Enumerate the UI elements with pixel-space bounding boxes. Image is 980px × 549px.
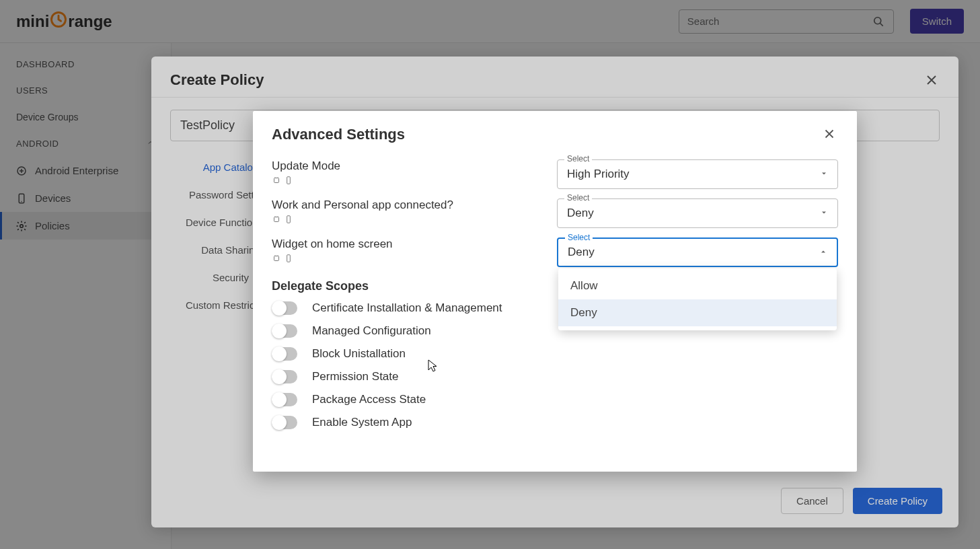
select-work-personal[interactable]: Select Deny	[557, 198, 838, 228]
adv-label-widget-home: Widget on home screen	[272, 237, 557, 251]
toggle-package-access[interactable]	[272, 393, 297, 406]
toggle-enable-system-app[interactable]	[272, 416, 297, 429]
advanced-settings-header: Advanced Settings	[272, 126, 838, 143]
toggle-block-uninstall[interactable]	[272, 347, 297, 361]
adv-row-update-mode: Update Mode Select High Priority	[272, 159, 838, 189]
toggle-label: Managed Configuration	[312, 324, 431, 338]
svg-rect-15	[274, 256, 279, 261]
svg-rect-14	[287, 216, 291, 223]
platform-icons	[272, 254, 557, 263]
phone-icon	[284, 176, 293, 185]
toggle-cert-install[interactable]	[272, 301, 297, 315]
adv-row-work-personal: Work and Personal app connected? Select …	[272, 198, 838, 228]
advanced-settings-modal: Advanced Settings Update Mode Select Hig…	[253, 111, 857, 472]
adv-label-work-personal: Work and Personal app connected?	[272, 198, 557, 212]
select-floating-label: Select	[565, 233, 593, 242]
svg-rect-10	[287, 177, 291, 184]
toggle-label: Block Unistallation	[312, 347, 406, 361]
select-value: Deny	[567, 207, 820, 220]
phone-icon	[284, 215, 293, 224]
toggle-label: Enable System App	[312, 416, 412, 429]
chevron-up-icon	[819, 246, 827, 258]
select-update-mode[interactable]: Select High Priority	[557, 159, 838, 189]
close-icon[interactable]	[822, 126, 838, 143]
dropdown-option-deny[interactable]: Deny	[558, 299, 837, 326]
platform-icons	[272, 176, 557, 185]
toggle-permission-state[interactable]	[272, 370, 297, 383]
select-value: Deny	[568, 246, 819, 259]
select-floating-label: Select	[564, 154, 592, 163]
toggle-label: Permission State	[312, 370, 399, 383]
adv-label-update-mode: Update Mode	[272, 159, 557, 173]
android-icon	[272, 176, 281, 185]
phone-icon	[284, 254, 293, 263]
dropdown-option-allow[interactable]: Allow	[558, 272, 837, 299]
svg-rect-7	[274, 178, 279, 183]
chevron-down-icon	[820, 207, 828, 219]
svg-rect-18	[287, 255, 291, 262]
svg-rect-11	[274, 217, 279, 222]
toggle-managed-config[interactable]	[272, 324, 297, 338]
select-widget-home[interactable]: Select Deny Allow Deny	[557, 237, 838, 267]
toggle-row-block-uninstall: Block Unistallation	[272, 347, 838, 361]
toggle-label: Package Access State	[312, 393, 426, 406]
android-icon	[272, 254, 281, 263]
advanced-settings-title: Advanced Settings	[272, 126, 405, 143]
adv-row-widget-home: Widget on home screen Select Deny Allow …	[272, 237, 838, 267]
chevron-down-icon	[820, 168, 828, 180]
toggle-row-package-access: Package Access State	[272, 393, 838, 406]
select-floating-label: Select	[564, 193, 592, 203]
android-icon	[272, 215, 281, 224]
platform-icons	[272, 215, 557, 224]
toggle-label: Certificate Installation & Management	[312, 301, 502, 315]
dropdown-menu: Allow Deny	[558, 268, 837, 330]
toggle-row-permission-state: Permission State	[272, 370, 838, 383]
select-value: High Priority	[567, 168, 820, 181]
toggle-row-enable-system-app: Enable System App	[272, 416, 838, 429]
